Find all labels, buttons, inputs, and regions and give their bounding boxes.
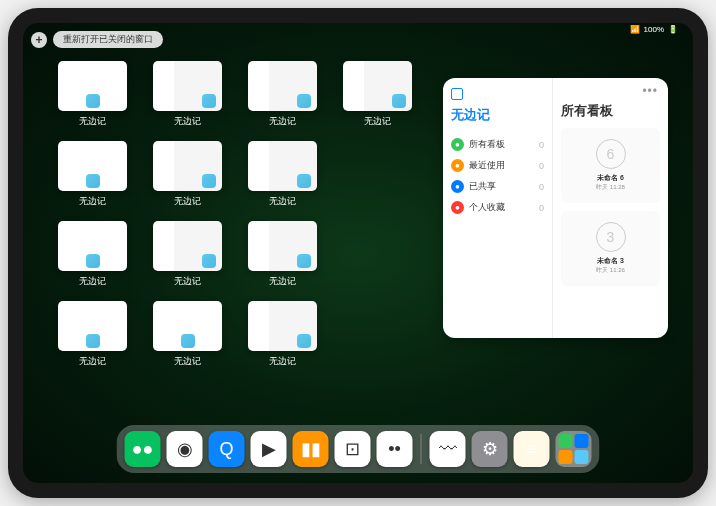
dock-app-wechat[interactable]: ●● (125, 431, 161, 467)
top-bar: + 重新打开已关闭的窗口 (31, 31, 163, 48)
dock-app-notes[interactable]: ≡ (514, 431, 550, 467)
sidebar-item-count: 0 (539, 203, 544, 213)
board-date: 昨天 11:28 (596, 183, 625, 192)
dock: ●●◉Q▶▮▮⊡••〰⚙≡ (117, 425, 600, 473)
board-card[interactable]: 3未命名 3昨天 11:26 (561, 211, 660, 286)
window-thumbnail[interactable]: 无边记 (58, 301, 127, 369)
window-label: 无边记 (269, 355, 296, 368)
dock-app-quark[interactable]: ◉ (167, 431, 203, 467)
window-label: 无边记 (269, 115, 296, 128)
window-preview (153, 61, 222, 111)
boards-view-title: 所有看板 (561, 102, 660, 120)
window-label: 无边记 (174, 115, 201, 128)
window-preview (248, 301, 317, 351)
sidebar-item-count: 0 (539, 140, 544, 150)
window-label: 无边记 (174, 275, 201, 288)
window-thumbnail[interactable]: 无边记 (153, 141, 222, 209)
ipad-frame: 📶 100% 🔋 + 重新打开已关闭的窗口 无边记无边记无边记无边记无边记无边记… (8, 8, 708, 498)
board-name: 未命名 6 (597, 173, 624, 183)
window-label: 无边记 (79, 275, 106, 288)
dock-app-freeform[interactable]: 〰 (430, 431, 466, 467)
window-preview (248, 141, 317, 191)
sidebar-item-icon: ● (451, 159, 464, 172)
freeform-app-title: 无边记 (451, 106, 544, 124)
battery-icon: 🔋 (668, 25, 678, 34)
window-label: 无边记 (79, 195, 106, 208)
dock-app-settings[interactable]: ⚙ (472, 431, 508, 467)
window-thumbnail[interactable]: 无边记 (58, 141, 127, 209)
reopen-closed-window-button[interactable]: 重新打开已关闭的窗口 (53, 31, 163, 48)
signal-icon: 📶 (630, 25, 640, 34)
sidebar-item-count: 0 (539, 182, 544, 192)
sidebar-item[interactable]: ●个人收藏0 (451, 197, 544, 218)
window-preview (343, 61, 412, 111)
app-switcher-grid: 无边记无边记无边记无边记无边记无边记无边记无边记无边记无边记无边记无边记无边记 (58, 61, 412, 369)
sidebar-item-label: 已共享 (469, 180, 496, 193)
freeform-panel[interactable]: 无边记 ●所有看板0●最近使用0●已共享0●个人收藏0 ••• 所有看板 6未命… (443, 78, 668, 338)
window-preview (58, 141, 127, 191)
window-preview (58, 61, 127, 111)
dock-app-dice[interactable]: ⊡ (335, 431, 371, 467)
sidebar-item[interactable]: ●最近使用0 (451, 155, 544, 176)
sidebar-item[interactable]: ●所有看板0 (451, 134, 544, 155)
status-bar: 📶 100% 🔋 (630, 25, 678, 34)
sidebar-toggle-icon[interactable] (451, 88, 463, 100)
sidebar-item-icon: ● (451, 138, 464, 151)
dock-app-library[interactable] (556, 431, 592, 467)
screen: 📶 100% 🔋 + 重新打开已关闭的窗口 无边记无边记无边记无边记无边记无边记… (23, 23, 693, 483)
window-thumbnail[interactable]: 无边记 (153, 221, 222, 289)
plus-icon: + (35, 33, 42, 47)
board-card[interactable]: 6未命名 6昨天 11:28 (561, 128, 660, 203)
window-label: 无边记 (79, 355, 106, 368)
window-thumbnail[interactable]: 无边记 (343, 61, 412, 129)
dock-app-play[interactable]: ▶ (251, 431, 287, 467)
freeform-sidebar: 无边记 ●所有看板0●最近使用0●已共享0●个人收藏0 (443, 78, 553, 338)
window-label: 无边记 (269, 195, 296, 208)
dock-separator (421, 434, 422, 464)
reopen-label: 重新打开已关闭的窗口 (63, 34, 153, 44)
board-thumbnail: 6 (596, 139, 626, 169)
window-thumbnail[interactable]: 无边记 (248, 221, 317, 289)
window-preview (58, 301, 127, 351)
window-label: 无边记 (269, 275, 296, 288)
board-thumbnail: 3 (596, 222, 626, 252)
sidebar-item-icon: ● (451, 201, 464, 214)
more-icon[interactable]: ••• (642, 84, 658, 98)
sidebar-item-count: 0 (539, 161, 544, 171)
sidebar-item[interactable]: ●已共享0 (451, 176, 544, 197)
window-preview (153, 141, 222, 191)
window-label: 无边记 (174, 195, 201, 208)
dock-app-quark-hd[interactable]: Q (209, 431, 245, 467)
sidebar-item-icon: ● (451, 180, 464, 193)
window-label: 无边记 (364, 115, 391, 128)
window-thumbnail[interactable]: 无边记 (248, 141, 317, 209)
window-thumbnail[interactable]: 无边记 (248, 301, 317, 369)
window-thumbnail[interactable]: 无边记 (248, 61, 317, 129)
window-thumbnail[interactable]: 无边记 (153, 61, 222, 129)
battery-text: 100% (644, 25, 664, 34)
window-thumbnail[interactable]: 无边记 (58, 221, 127, 289)
window-thumbnail[interactable]: 无边记 (58, 61, 127, 129)
board-date: 昨天 11:26 (596, 266, 625, 275)
window-preview (153, 221, 222, 271)
window-thumbnail[interactable]: 无边记 (153, 301, 222, 369)
sidebar-item-label: 个人收藏 (469, 201, 505, 214)
new-window-button[interactable]: + (31, 32, 47, 48)
dock-app-books[interactable]: ▮▮ (293, 431, 329, 467)
window-preview (248, 221, 317, 271)
window-preview (248, 61, 317, 111)
window-label: 无边记 (79, 115, 106, 128)
board-name: 未命名 3 (597, 256, 624, 266)
window-label: 无边记 (174, 355, 201, 368)
freeform-boards-view: ••• 所有看板 6未命名 6昨天 11:283未命名 3昨天 11:26 (553, 78, 668, 338)
sidebar-item-label: 所有看板 (469, 138, 505, 151)
window-preview (153, 301, 222, 351)
window-preview (58, 221, 127, 271)
sidebar-item-label: 最近使用 (469, 159, 505, 172)
dock-app-dots[interactable]: •• (377, 431, 413, 467)
